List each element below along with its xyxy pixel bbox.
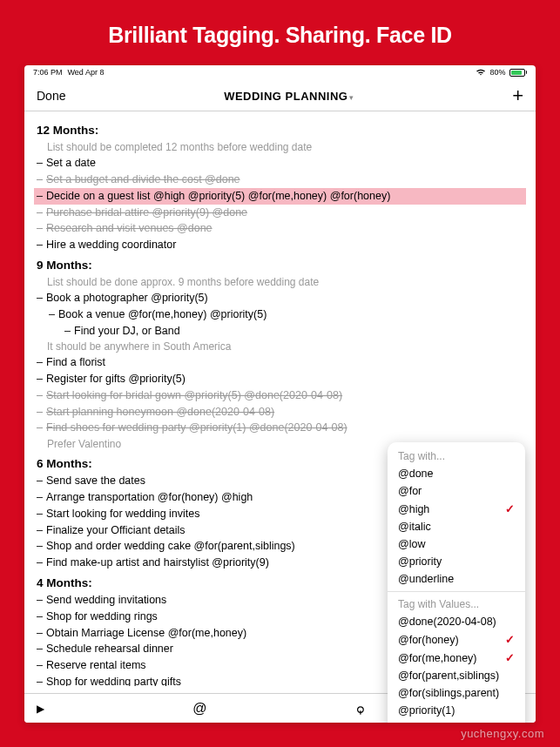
tag-option[interactable]: @for(honey)✓	[388, 630, 525, 649]
status-date: Wed Apr 8	[68, 68, 105, 77]
tag-option[interactable]: @underline	[388, 570, 525, 588]
list-item[interactable]: –Set a budget and divide the cost @done	[37, 172, 523, 188]
at-icon[interactable]: @	[192, 701, 206, 717]
tag-option[interactable]: @italic	[388, 518, 525, 535]
section-note[interactable]: List should be done approx. 9 months bef…	[37, 274, 523, 290]
done-button[interactable]: Done	[37, 89, 65, 103]
tag-option[interactable]: @low	[388, 535, 525, 553]
section-note[interactable]: List should be completed 12 months befor…	[37, 139, 523, 155]
section-header[interactable]: 12 Months:	[37, 122, 523, 139]
list-item[interactable]: –Register for gifts @priority(5)	[37, 371, 523, 387]
tag-option[interactable]: @done(2020-04-08)	[388, 613, 525, 630]
tag-option[interactable]: @high✓	[388, 500, 525, 518]
document-title[interactable]: WEDDING PLANNING▾	[224, 88, 354, 104]
tag-option[interactable]: @for(me,honey)✓	[388, 649, 525, 667]
nav-bar: Done WEDDING PLANNING▾ +	[24, 79, 536, 111]
check-icon: ✓	[505, 502, 515, 515]
device-frame: 7:06 PM Wed Apr 8 80% Done WEDDING PLANN…	[24, 65, 536, 723]
wifi-icon	[476, 68, 486, 77]
list-item[interactable]: –Start looking for bridal gown @priority…	[37, 387, 523, 404]
list-item[interactable]: –Find your DJ, or Band	[37, 323, 523, 340]
list-item[interactable]: –Purchase bridal attire @priority(9) @do…	[37, 205, 523, 221]
list-item[interactable]: –Start planning honeymoon @done(2020-04-…	[37, 404, 523, 421]
list-item[interactable]: –Decide on a guest list @high @priority(…	[34, 188, 526, 205]
list-item[interactable]: –Find shoes for wedding party @priority(…	[37, 420, 523, 436]
add-button[interactable]: +	[512, 90, 523, 102]
separator	[388, 591, 525, 592]
tag-option[interactable]: @for(parent,siblings)	[388, 667, 525, 684]
popup-section-header: Tag with...	[388, 448, 525, 465]
check-icon: ✓	[505, 651, 515, 664]
tag-option[interactable]: @done	[388, 465, 525, 482]
list-item[interactable]: –Research and visit venues @done	[37, 220, 523, 237]
tag-option[interactable]: @priority	[388, 553, 525, 570]
play-icon[interactable]: ▶	[37, 703, 44, 715]
list-item[interactable]: –Hire a wedding coordinator	[37, 237, 523, 253]
tag-option[interactable]: @for	[388, 482, 525, 500]
tag-option[interactable]: @priority(1)	[388, 702, 525, 719]
tag-option[interactable]: @for(siblings,parent)	[388, 684, 525, 702]
battery-icon	[509, 69, 528, 77]
section-header[interactable]: 9 Months:	[37, 257, 523, 274]
status-bar: 7:06 PM Wed Apr 8 80%	[24, 65, 536, 79]
item-note[interactable]: It should be anywhere in South America	[37, 339, 523, 354]
battery-percent: 80%	[489, 68, 505, 77]
tag-option[interactable]: @priority(5)✓	[388, 719, 525, 723]
hero-headline: Brilliant Tagging. Sharing. Face ID	[0, 0, 560, 65]
list-item[interactable]: –Find a florist	[37, 354, 523, 371]
chevron-down-icon: ▾	[349, 93, 354, 102]
status-time: 7:06 PM	[33, 68, 63, 77]
check-icon: ✓	[505, 633, 515, 646]
search-icon[interactable]: ⌕	[351, 700, 368, 717]
watermark: yuchengxy.com	[461, 727, 544, 740]
list-item[interactable]: –Book a photographer @priority(5)	[37, 290, 523, 306]
tag-popup: Tag with...@done@for@high✓@italic@low@pr…	[388, 442, 525, 723]
popup-section-header: Tag with Values...	[388, 596, 525, 613]
list-item[interactable]: –Set a date	[37, 155, 523, 172]
check-icon: ✓	[505, 722, 515, 723]
list-item[interactable]: –Book a venue @for(me,honey) @priority(5…	[37, 306, 523, 323]
